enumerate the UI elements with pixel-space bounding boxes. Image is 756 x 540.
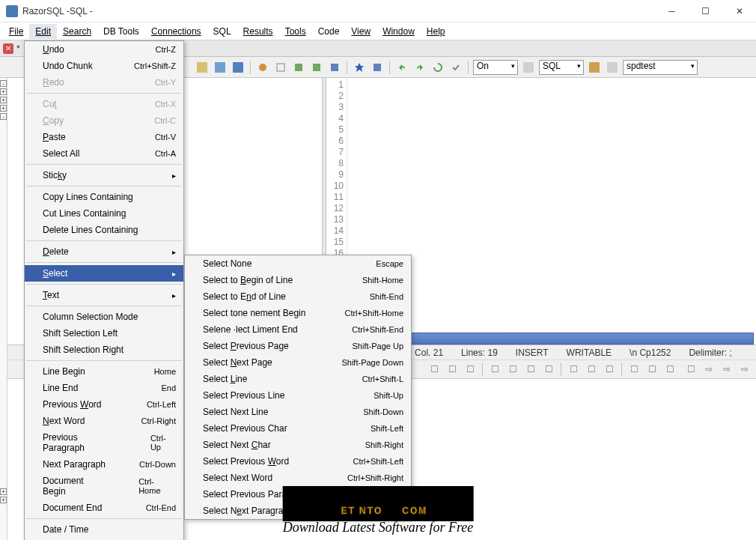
toolbar-btn[interactable] (195, 60, 210, 75)
menu-item[interactable]: Select AllCtrl-A (25, 145, 183, 162)
menu-item[interactable]: Document BeginCtrl-Home (25, 473, 183, 500)
menu-item[interactable]: UndoCtrl-Z (25, 41, 183, 58)
tree-expand-icon[interactable]: + (0, 97, 7, 103)
menu-item[interactable]: Select tone nement BeginCtrl+Shift-Home (185, 305, 411, 321)
menu-item[interactable]: Select Next LineShift-Down (185, 404, 411, 420)
menu-item[interactable]: Select▸ (25, 265, 183, 282)
toolbar-btn[interactable] (370, 60, 385, 75)
toolbar-btn[interactable]: ☐ (644, 362, 659, 377)
toolbar-btn[interactable]: ☐ (463, 362, 478, 377)
tree-expand-icon[interactable]: - (0, 113, 7, 120)
refresh-icon[interactable] (430, 60, 445, 75)
menu-sql[interactable]: SQL (207, 24, 237, 39)
on-dropdown[interactable]: On (473, 60, 518, 75)
tree-expand-icon[interactable]: + (0, 105, 7, 112)
toolbar-btn[interactable]: ☐ (566, 362, 581, 377)
menu-item[interactable]: Select to End of LineShift-End (185, 288, 411, 305)
menu-item[interactable]: Delete▸ (25, 243, 183, 260)
toolbar-btn[interactable]: ☐ (523, 362, 538, 377)
menu-item[interactable]: Select Next WordCtrl+Shift-Right (185, 470, 411, 486)
menu-item[interactable]: Select Previous WordCtrl+Shift-Left (185, 453, 411, 470)
toolbar-btn[interactable]: ⇨ (737, 362, 752, 377)
menu-window[interactable]: Window (377, 24, 421, 39)
toolbar-btn[interactable]: ☐ (505, 362, 520, 377)
toolbar-btn[interactable]: ☐ (487, 362, 502, 377)
menu-item[interactable]: Select NoneEscape (185, 255, 411, 272)
menu-code[interactable]: Code (312, 24, 346, 39)
menu-item[interactable]: Text▸ (25, 287, 183, 303)
menu-tools[interactable]: Tools (279, 24, 312, 39)
menu-item[interactable]: Shift Selection Left (25, 325, 183, 342)
profile-dropdown[interactable]: spdtest (623, 60, 698, 75)
tab-close-icon[interactable]: ✕ (3, 43, 13, 54)
star-icon[interactable] (352, 60, 367, 75)
menu-item[interactable]: Shift Selection Right (25, 342, 183, 358)
save-icon[interactable] (231, 60, 246, 75)
menu-item[interactable]: Document EndCtrl-End (25, 500, 183, 516)
menu-view[interactable]: View (345, 24, 377, 39)
separator (250, 61, 251, 74)
menu-item[interactable]: Select Previous PageShift-Page Up (185, 338, 411, 354)
toolbar-btn[interactable] (309, 60, 324, 75)
menu-file[interactable]: File (3, 24, 29, 39)
menu-item[interactable]: Cut Lines Containing (25, 205, 183, 222)
menu-item[interactable]: Next ParagraphCtrl-Down (25, 456, 183, 473)
tree-expand-icon[interactable]: + (0, 88, 7, 95)
menu-item[interactable]: Sticky▸ (25, 167, 183, 183)
menu-item[interactable]: Previous WordCtrl-Left (25, 396, 183, 413)
sidebar-tree[interactable]: - + + + - + + (0, 78, 7, 540)
menu-item[interactable]: Undo ChunkCtrl+Shift-Z (25, 58, 183, 74)
toolbar-btn[interactable] (587, 60, 602, 75)
menu-item[interactable]: Date / Time (25, 521, 183, 538)
menu-item[interactable]: Delete Lines Containing (25, 222, 183, 238)
menu-item[interactable]: Line EndEnd (25, 380, 183, 396)
toolbar-btn[interactable] (213, 60, 228, 75)
menu-item[interactable]: Line BeginHome (25, 363, 183, 380)
toolbar-btn[interactable]: ☐ (427, 362, 442, 377)
toolbar-btn[interactable]: ☐ (683, 362, 698, 377)
menu-item[interactable]: Selene ·lect Liment EndCtrl+Shift-End (185, 321, 411, 338)
menu-connections[interactable]: Connections (145, 24, 207, 39)
close-button[interactable]: ✕ (722, 0, 756, 22)
maximize-button[interactable]: ☐ (689, 0, 722, 22)
undo-icon[interactable] (394, 60, 409, 75)
tree-expand-icon[interactable]: + (0, 497, 7, 503)
toolbar-btn[interactable] (255, 60, 270, 75)
toolbar-btn[interactable] (605, 60, 620, 75)
toolbar-btn[interactable] (327, 60, 342, 75)
menu-item[interactable]: Select Previous LineShift-Up (185, 387, 411, 404)
menu-edit[interactable]: Edit (29, 24, 57, 39)
toolbar-btn[interactable]: ⇨ (719, 362, 734, 377)
toolbar-btn[interactable]: ⇨ (701, 362, 716, 377)
toolbar-btn[interactable]: ☐ (627, 362, 641, 377)
sql-dropdown[interactable]: SQL (539, 60, 584, 75)
menu-item[interactable]: Select Previous CharShift-Left (185, 420, 411, 437)
toolbar-btn[interactable]: ☐ (662, 362, 677, 377)
toolbar-btn[interactable]: ☐ (541, 362, 556, 377)
toolbar-btn[interactable] (291, 60, 306, 75)
toolbar-btn[interactable] (273, 60, 288, 75)
toolbar-btn[interactable]: ☐ (602, 362, 617, 377)
minimize-button[interactable]: ─ (655, 0, 689, 22)
tab-dirty-marker: * (16, 43, 20, 54)
toolbar-btn[interactable]: ☐ (445, 362, 460, 377)
menu-dbtools[interactable]: DB Tools (97, 24, 145, 39)
menu-search[interactable]: Search (57, 24, 97, 39)
toolbar-btn[interactable]: ☐ (584, 362, 599, 377)
menu-results[interactable]: Results (237, 24, 279, 39)
tree-expand-icon[interactable]: + (0, 488, 7, 495)
tree-expand-icon[interactable]: - (0, 80, 7, 87)
menu-item[interactable]: Select Next CharShift-Right (185, 437, 411, 453)
menu-item[interactable]: Column Selection Mode (25, 309, 183, 325)
menu-item[interactable]: Copy Lines Containing (25, 189, 183, 205)
menu-item[interactable]: Next WordCtrl-Right (25, 413, 183, 429)
toolbar-btn[interactable] (521, 60, 536, 75)
redo-icon[interactable] (412, 60, 427, 75)
menu-item[interactable]: Select Next PageShift-Page Down (185, 354, 411, 371)
menu-item[interactable]: Previous ParagraphCtrl-Up (25, 429, 183, 456)
menu-item[interactable]: Select to Begin of LineShift-Home (185, 272, 411, 288)
menu-item[interactable]: PasteCtrl-V (25, 129, 183, 145)
menu-item[interactable]: Select LineCtrl+Shift-L (185, 371, 411, 387)
check-icon[interactable] (448, 60, 463, 75)
menu-help[interactable]: Help (421, 24, 451, 39)
